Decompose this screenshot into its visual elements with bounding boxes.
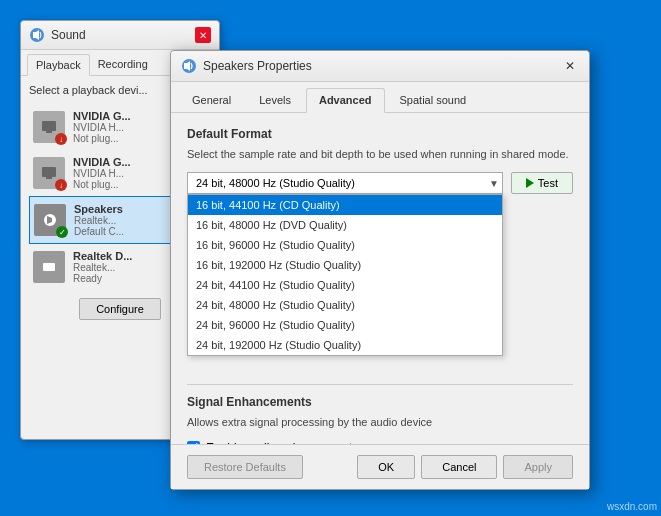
dropdown-item-7[interactable]: 24 bit, 192000 Hz (Studio Quality) (188, 335, 502, 355)
footer-right: OK Cancel Apply (357, 455, 573, 479)
dropdown-item-4[interactable]: 24 bit, 44100 Hz (Studio Quality) (188, 275, 502, 295)
configure-button[interactable]: Configure (79, 298, 161, 320)
dropdown-item-1[interactable]: 16 bit, 48000 Hz (DVD Quality) (188, 215, 502, 235)
ok-button[interactable]: OK (357, 455, 415, 479)
format-select-container: 24 bit, 48000 Hz (Studio Quality) ▼ 16 b… (187, 172, 503, 194)
svg-rect-2 (42, 121, 56, 131)
signal-desc: Allows extra signal processing by the au… (187, 415, 573, 430)
svg-rect-8 (43, 263, 55, 271)
test-button[interactable]: Test (511, 172, 573, 194)
watermark: wsxdn.com (607, 501, 657, 512)
apply-button[interactable]: Apply (503, 455, 573, 479)
sound-window-title: Sound (51, 28, 189, 42)
test-button-label: Test (538, 177, 558, 189)
dialog-body: Default Format Select the sample rate an… (171, 113, 589, 469)
dropdown-item-6[interactable]: 24 bit, 96000 Hz (Studio Quality) (188, 315, 502, 335)
sound-tab-recording[interactable]: Recording (90, 54, 156, 75)
cancel-button[interactable]: Cancel (421, 455, 497, 479)
device-badge-2: ✓ (56, 226, 68, 238)
dialog-tabs: General Levels Advanced Spatial sound (171, 82, 589, 113)
svg-rect-4 (42, 167, 56, 177)
tab-advanced[interactable]: Advanced (306, 88, 385, 113)
sound-close-button[interactable]: ✕ (195, 27, 211, 43)
device-icon-1: ↓ (33, 157, 65, 189)
speakers-titlebar-icon (181, 58, 197, 74)
dropdown-item-0[interactable]: 16 bit, 44100 Hz (CD Quality) (188, 195, 502, 215)
svg-rect-3 (46, 131, 52, 133)
device-icon-0: ↓ (33, 111, 65, 143)
dialog-close-button[interactable]: ✕ (561, 57, 579, 75)
format-dropdown: 16 bit, 44100 Hz (CD Quality) 16 bit, 48… (187, 194, 503, 356)
signal-title: Signal Enhancements (187, 395, 573, 409)
tab-spatial-sound[interactable]: Spatial sound (387, 88, 480, 112)
restore-defaults-button[interactable]: Restore Defaults (187, 455, 303, 479)
default-format-title: Default Format (187, 127, 573, 141)
dialog-footer: Restore Defaults OK Cancel Apply (171, 444, 589, 489)
device-icon-2: ✓ (34, 204, 66, 236)
default-format-desc: Select the sample rate and bit depth to … (187, 147, 573, 162)
tab-general[interactable]: General (179, 88, 244, 112)
device-badge-1: ↓ (55, 179, 67, 191)
dropdown-item-3[interactable]: 16 bit, 192000 Hz (Studio Quality) (188, 255, 502, 275)
sound-tab-playback[interactable]: Playback (27, 54, 90, 76)
dropdown-item-5[interactable]: 24 bit, 48000 Hz (Studio Quality) (188, 295, 502, 315)
format-select[interactable]: 24 bit, 48000 Hz (Studio Quality) (187, 172, 503, 194)
sound-titlebar-icon (29, 27, 45, 43)
play-icon (526, 178, 534, 188)
device-icon-3 (33, 251, 65, 283)
dropdown-item-2[interactable]: 16 bit, 96000 Hz (Studio Quality) (188, 235, 502, 255)
speakers-dialog: Speakers Properties ✕ General Levels Adv… (170, 50, 590, 490)
format-row: 24 bit, 48000 Hz (Studio Quality) ▼ 16 b… (187, 172, 573, 194)
tab-levels[interactable]: Levels (246, 88, 304, 112)
svg-rect-5 (46, 177, 52, 179)
dialog-title: Speakers Properties (203, 59, 555, 73)
dialog-titlebar: Speakers Properties ✕ (171, 51, 589, 82)
device-badge-0: ↓ (55, 133, 67, 145)
sound-titlebar: Sound ✕ (21, 21, 219, 50)
